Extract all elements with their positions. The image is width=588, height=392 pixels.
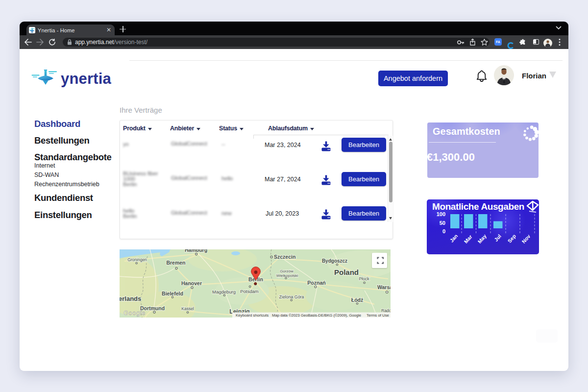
svg-text:Szczecin: Szczecin [274,254,295,260]
svg-text:0: 0 [442,228,445,234]
svg-text:Zielona Góra: Zielona Góra [279,294,304,299]
svg-text:Bremen: Bremen [166,260,185,266]
svg-text:Mar: Mar [463,234,473,245]
svg-text:Hanover: Hanover [181,280,202,286]
svg-text:Jul: Jul [493,233,502,243]
svg-text:Google: Google [123,309,146,317]
svg-text:Bielefeld: Bielefeld [162,291,183,296]
svg-text:Groningen: Groningen [127,257,147,262]
svg-text:Radom: Radom [381,308,391,313]
svg-text:Poznań: Poznań [307,280,325,286]
svg-text:50: 50 [440,220,445,226]
svg-text:Warsaw: Warsaw [377,284,391,290]
svg-text:Magdeburg: Magdeburg [212,289,236,294]
svg-text:Wielkopolski: Wielkopolski [276,273,298,278]
svg-text:Łódź: Łódź [351,297,364,303]
svg-text:Poland: Poland [334,268,359,276]
svg-text:Kassel: Kassel [181,306,194,311]
svg-text:Sep: Sep [506,233,517,244]
svg-text:May: May [476,233,488,244]
svg-text:Terms of Use: Terms of Use [367,313,389,318]
svg-text:Jan: Jan [448,233,459,243]
svg-text:Bydgoszcz: Bydgoszcz [322,258,347,264]
svg-text:erlands: erlands [120,295,141,302]
svg-text:Nov: Nov [520,233,531,245]
svg-text:Keyboard shortcuts: Keyboard shortcuts [236,313,269,318]
svg-text:Potsdam: Potsdam [240,289,259,294]
svg-text:Płock: Płock [359,276,370,281]
svg-text:Map data ©2023 GeoBasis-DE/BKG: Map data ©2023 GeoBasis-DE/BKG (©2009), … [272,313,361,318]
svg-text:Hamburg: Hamburg [185,249,207,253]
svg-text:100: 100 [437,211,445,217]
